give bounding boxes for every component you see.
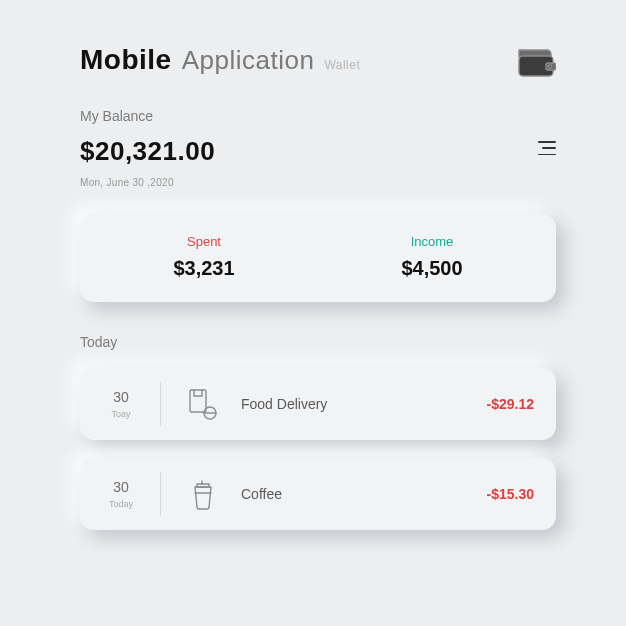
coffee-cup-icon xyxy=(183,477,223,511)
balance-label: My Balance xyxy=(80,108,215,124)
tx-amount: -$29.12 xyxy=(487,396,534,412)
tx-day-label: Toay xyxy=(98,409,144,419)
income-value: $4,500 xyxy=(318,257,546,280)
tx-day: 30 xyxy=(98,389,144,405)
spent-value: $3,231 xyxy=(90,257,318,280)
title-light: Application xyxy=(182,45,315,76)
tx-name: Food Delivery xyxy=(223,396,487,412)
food-delivery-icon xyxy=(183,387,223,421)
income-label: Income xyxy=(318,234,546,249)
svg-rect-3 xyxy=(190,390,206,412)
title-tag: Wallet xyxy=(324,58,360,72)
app-header: Mobile Application Wallet xyxy=(80,44,556,78)
spent-label: Spent xyxy=(90,234,318,249)
transaction-row[interactable]: 30 Toay Food Delivery -$29.12 xyxy=(80,368,556,440)
wallet-icon[interactable] xyxy=(516,44,556,78)
section-today: Today xyxy=(80,334,556,350)
tx-day-label: Today xyxy=(98,499,144,509)
menu-icon[interactable] xyxy=(536,141,556,155)
title-bold: Mobile xyxy=(80,44,172,76)
tx-name: Coffee xyxy=(223,486,487,502)
transaction-row[interactable]: 30 Today Coffee -$15.30 xyxy=(80,458,556,530)
summary-card: Spent $3,231 Income $4,500 xyxy=(80,214,556,302)
tx-day: 30 xyxy=(98,479,144,495)
divider xyxy=(160,382,161,426)
tx-date: 30 Toay xyxy=(98,389,144,419)
spent-column: Spent $3,231 xyxy=(90,234,318,280)
balance-section: My Balance $20,321.00 Mon, June 30 ,2020 xyxy=(80,108,556,188)
svg-point-2 xyxy=(549,65,552,68)
income-column: Income $4,500 xyxy=(318,234,546,280)
divider xyxy=(160,472,161,516)
tx-amount: -$15.30 xyxy=(487,486,534,502)
tx-date: 30 Today xyxy=(98,479,144,509)
balance-amount: $20,321.00 xyxy=(80,136,215,167)
balance-date: Mon, June 30 ,2020 xyxy=(80,177,215,188)
app-title: Mobile Application Wallet xyxy=(80,44,360,76)
